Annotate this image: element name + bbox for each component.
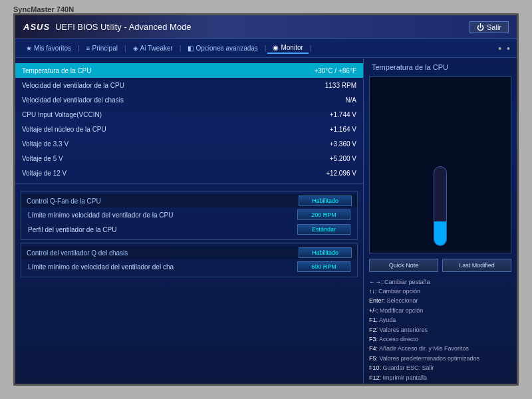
cpu-core-volt-label: Voltaje del núcleo de la CPU: [22, 126, 303, 133]
vccin-label: CPU Input Voltage(VCCIN): [22, 111, 303, 118]
favorites-icon: ★: [26, 45, 32, 52]
asus-logo: ASUS: [23, 22, 50, 32]
quick-note-button[interactable]: Quick Note: [369, 259, 438, 272]
cpu-qfan-label: Control Q-Fan de la CPU: [27, 198, 299, 205]
monitor-icon: ◉: [273, 44, 279, 51]
cpu-fan-control-header: Control Q-Fan de la CPU Habilitado: [21, 194, 357, 207]
exit-icon: ⏻: [477, 23, 484, 31]
cpu-core-volt-row: Voltaje del núcleo de la CPU +1.164 V: [15, 122, 363, 136]
bios-screen: ASUS UEFI BIOS Utility - Advanced Mode ⏻…: [13, 13, 519, 386]
help-line-f12: F12: Imprimir pantalla: [369, 373, 511, 382]
temp-fill: [434, 221, 446, 245]
cpu-temp-row[interactable]: Temperatura de la CPU +30°C / +86°F: [15, 63, 363, 78]
cpu-fan-value: 1133 RPM: [303, 82, 356, 89]
chassis-fan-min-label: Límite mínimo de velocidad del ventilado…: [28, 263, 297, 271]
tab-advanced[interactable]: ◧ Opciones avanzadas: [182, 43, 263, 53]
chassis-qfan-label: Control del ventilador Q del chasis: [27, 249, 299, 257]
vccin-row: CPU Input Voltage(VCCIN) +1.744 V: [15, 107, 363, 122]
cpu-fan-label: Velocidad del ventilador de la CPU: [22, 82, 303, 89]
volt5-row: Voltaje de 5 V +5.200 V: [15, 151, 363, 166]
tab-ai-tweaker[interactable]: ◈ Ai Tweaker: [128, 43, 178, 53]
help-line-arrows: ←→: Cambiar pestaña: [369, 277, 511, 287]
exit-button[interactable]: ⏻ Salir: [469, 21, 509, 33]
nav-dots: • •: [498, 43, 511, 54]
help-line-updown: ↑↓: Cambiar opción: [369, 287, 511, 296]
cpu-fan-control-group: Control Q-Fan de la CPU Habilitado Límit…: [21, 191, 358, 240]
chassis-fan-min-btn[interactable]: 600 RPM: [297, 261, 350, 272]
help-line-f1: F1: Ayuda: [369, 315, 511, 325]
cpu-temp-label: Temperatura de la CPU: [22, 67, 303, 74]
main-content: Temperatura de la CPU +30°C / +86°F Velo…: [15, 58, 517, 386]
cpu-qfan-btn[interactable]: Habilitado: [299, 196, 352, 206]
temp-display: [369, 76, 511, 253]
chassis-fan-row: Velocidad del ventilador del chasis N/A: [15, 92, 363, 107]
chassis-fan-min-row[interactable]: Límite mínimo de velocidad del ventilado…: [21, 259, 357, 274]
volt12-value: +12.096 V: [303, 170, 356, 177]
volt33-label: Voltaje de 3.3 V: [22, 140, 303, 148]
tab-principal[interactable]: ≡ Principal: [81, 43, 123, 53]
chassis-fan-label: Velocidad del ventilador del chasis: [22, 96, 303, 104]
cpu-fan-profile-row[interactable]: Perfil del ventilador de la CPU Estándar: [21, 222, 357, 237]
volt12-row: Voltaje de 12 V +12.096 V: [15, 166, 363, 180]
chassis-fan-value: N/A: [303, 96, 356, 104]
cpu-fan-min-btn[interactable]: 200 RPM: [297, 209, 350, 220]
monitor-frame: SyncMaster 740N ASUS UEFI BIOS Utility -…: [0, 0, 532, 399]
cpu-fan-min-label: Límite mínimo velocidad del ventilador d…: [28, 211, 297, 219]
tab-favorites[interactable]: ★ Mis favoritos: [21, 43, 76, 53]
volt33-value: +3.360 V: [303, 140, 356, 148]
cpu-fan-profile-btn[interactable]: Estándar: [297, 224, 350, 235]
chassis-qfan-btn[interactable]: Habilitado: [299, 247, 352, 258]
last-modified-button[interactable]: Last Modified: [442, 259, 511, 272]
help-line-enter: Enter: Seleccionar: [369, 296, 511, 305]
chassis-fan-control-header: Control del ventilador Q del chasis Habi…: [21, 246, 357, 259]
help-line-plusminus: +/-: Modificar opción: [369, 306, 511, 315]
bios-header: ASUS UEFI BIOS Utility - Advanced Mode ⏻…: [15, 15, 517, 39]
temp-gauge: [434, 166, 447, 246]
cpu-fan-row: Velocidad del ventilador de la CPU 1133 …: [15, 78, 363, 92]
cpu-fan-profile-label: Perfil del ventilador de la CPU: [28, 226, 297, 233]
ai-tweaker-icon: ◈: [133, 45, 138, 52]
exit-label: Salir: [487, 23, 501, 31]
cpu-core-volt-value: +1.164 V: [303, 126, 356, 133]
help-line-f2: F2: Valores anteriores: [369, 325, 511, 334]
divider1: [15, 183, 363, 188]
help-line-f5: F5: Valores predeterminados optimizados: [369, 354, 511, 363]
nav-tabs: ★ Mis favoritos | ≡ Principal | ◈ Ai Twe…: [15, 39, 517, 58]
help-line-f3: F3: Acceso directo: [369, 334, 511, 344]
cpu-temp-value: +30°C / +86°F: [303, 67, 356, 74]
right-panel-title: Temperatura de la CPU: [369, 63, 511, 71]
chassis-fan-control-group: Control del ventilador Q del chasis Habi…: [21, 243, 358, 277]
right-panel: Temperatura de la CPU Quick Note Last Mo…: [364, 58, 517, 386]
volt12-label: Voltaje de 12 V: [22, 170, 303, 177]
help-line-f10: F10: Guardar ESC: Salir: [369, 363, 511, 372]
tab-monitor[interactable]: ◉ Monitor: [267, 43, 308, 54]
volt33-row: Voltaje de 3.3 V +3.360 V: [15, 136, 363, 151]
monitor-label: SyncMaster 740N: [13, 5, 74, 13]
cpu-fan-min-row[interactable]: Límite mínimo velocidad del ventilador d…: [21, 207, 357, 222]
volt5-label: Voltaje de 5 V: [22, 155, 303, 162]
help-text: ←→: Cambiar pestaña ↑↓: Cambiar opción E…: [369, 277, 511, 382]
vccin-value: +1.744 V: [303, 111, 356, 118]
principal-icon: ≡: [86, 45, 90, 52]
bios-title: UEFI BIOS Utility - Advanced Mode: [55, 22, 191, 32]
left-panel: Temperatura de la CPU +30°C / +86°F Velo…: [15, 58, 364, 386]
advanced-icon: ◧: [188, 45, 194, 52]
quick-buttons: Quick Note Last Modified: [369, 259, 511, 272]
help-line-f4: F4: Añadir Acceso dir. y Mis Favoritos: [369, 344, 511, 353]
volt5-value: +5.200 V: [303, 155, 356, 162]
